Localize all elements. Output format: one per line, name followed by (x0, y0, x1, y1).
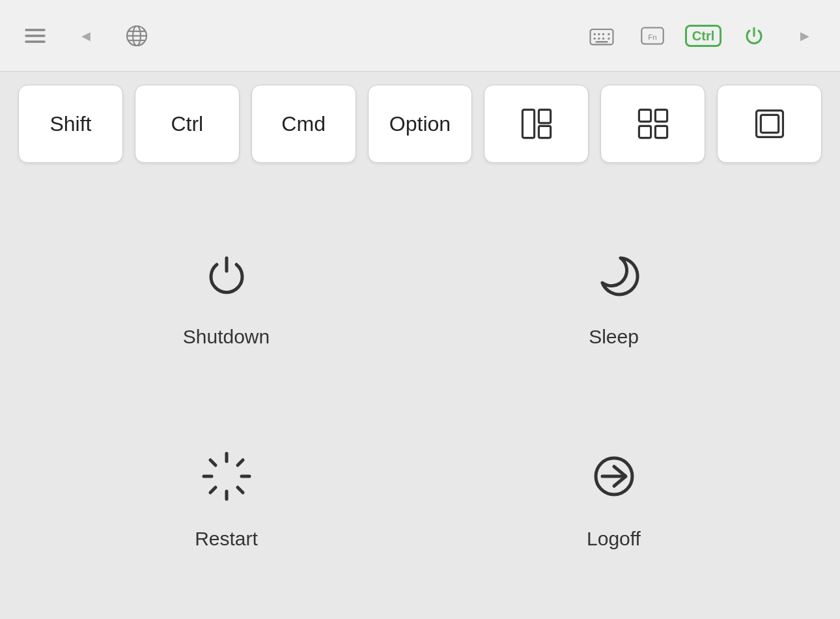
chevron-right-icon[interactable]: ▶ (789, 20, 820, 51)
svg-line-34 (238, 487, 243, 493)
svg-line-33 (210, 460, 216, 465)
menu-icon[interactable] (20, 20, 51, 51)
ctrl-box-label: Ctrl (685, 25, 721, 47)
ctrl-label: Ctrl (171, 112, 203, 136)
svg-text:Fn: Fn (648, 32, 657, 40)
svg-line-36 (210, 487, 216, 493)
svg-rect-25 (639, 126, 651, 137)
shutdown-label: Shutdown (183, 326, 270, 348)
option-key[interactable]: Option (368, 85, 473, 163)
chevron-left-icon[interactable]: ◀ (70, 20, 102, 51)
main-content: Shutdown Sleep Restart (0, 176, 840, 619)
sleep-label: Sleep (589, 326, 639, 348)
svg-rect-21 (539, 109, 550, 122)
keyboard-icon[interactable] (586, 20, 617, 51)
sleep-button[interactable]: Sleep (427, 202, 801, 391)
svg-rect-28 (761, 115, 778, 132)
restart-label: Restart (195, 528, 258, 550)
logoff-label: Logoff (587, 528, 641, 550)
option-label: Option (389, 112, 451, 136)
layout3-key[interactable] (717, 85, 822, 163)
restart-icon (197, 447, 256, 508)
logoff-icon (585, 447, 643, 508)
modifier-keys-row: Shift Ctrl Cmd Option (0, 72, 840, 176)
restart-button[interactable]: Restart (39, 404, 413, 593)
shutdown-button[interactable]: Shutdown (39, 202, 413, 391)
fn-icon[interactable]: Fn (637, 20, 668, 51)
layout2-key[interactable] (600, 85, 705, 163)
shift-label: Shift (49, 112, 91, 136)
ctrl-key[interactable]: Ctrl (135, 85, 240, 163)
ctrl-icon[interactable]: Ctrl (688, 20, 719, 51)
shutdown-icon (197, 245, 256, 306)
sleep-icon (585, 245, 643, 306)
logoff-button[interactable]: Logoff (427, 404, 801, 593)
top-bar: ◀ Fn Ct (0, 0, 840, 72)
cmd-label: Cmd (281, 112, 326, 136)
svg-rect-23 (639, 109, 651, 121)
svg-rect-20 (522, 109, 534, 137)
svg-rect-24 (655, 109, 667, 121)
power-icon-top[interactable] (738, 20, 770, 51)
svg-rect-22 (539, 126, 550, 137)
svg-rect-26 (655, 126, 667, 137)
cmd-key[interactable]: Cmd (251, 85, 356, 163)
svg-line-35 (238, 460, 243, 465)
shift-key[interactable]: Shift (18, 85, 123, 163)
globe-icon[interactable] (121, 20, 152, 51)
layout1-key[interactable] (484, 85, 589, 163)
